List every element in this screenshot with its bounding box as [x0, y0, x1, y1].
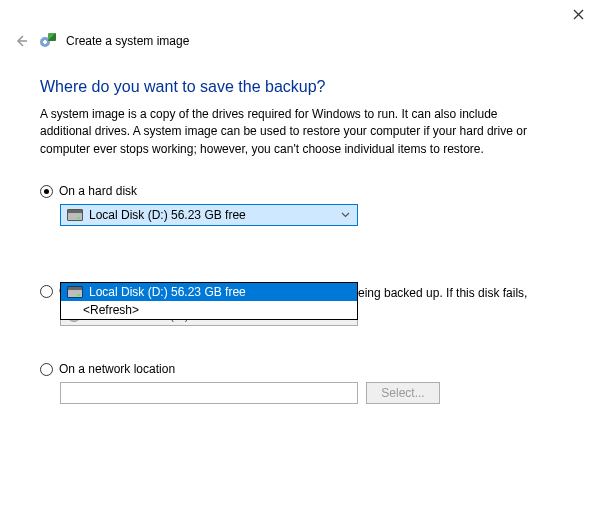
page-description: A system image is a copy of the drives r…: [40, 106, 550, 158]
select-button-label: Select...: [381, 386, 424, 400]
radio-network[interactable]: [40, 363, 53, 376]
page-heading: Where do you want to save the backup?: [40, 78, 560, 96]
option-hard-disk[interactable]: On a hard disk: [40, 184, 560, 198]
select-button: Select...: [366, 382, 440, 404]
radio-dvd[interactable]: [40, 285, 53, 298]
option-network[interactable]: On a network location: [40, 362, 560, 376]
hard-drive-icon: [67, 209, 83, 221]
dropdown-item-label: <Refresh>: [83, 303, 139, 317]
hard-drive-icon: [67, 286, 83, 298]
option-hard-disk-label: On a hard disk: [59, 184, 137, 198]
system-image-icon: [40, 33, 56, 49]
window-title: Create a system image: [66, 34, 189, 48]
dropdown-item-refresh[interactable]: <Refresh>: [61, 301, 357, 319]
hard-disk-combo-text: Local Disk (D:) 56.23 GB free: [89, 208, 246, 222]
chevron-down-icon[interactable]: [337, 205, 353, 225]
option-network-label: On a network location: [59, 362, 175, 376]
network-path-input[interactable]: [60, 382, 358, 404]
close-button[interactable]: [566, 4, 590, 24]
hard-disk-combo[interactable]: Local Disk (D:) 56.23 GB free: [60, 204, 358, 226]
dropdown-item-label: Local Disk (D:) 56.23 GB free: [89, 285, 246, 299]
hard-disk-warning-fragment: eing backed up. If this disk fails,: [358, 286, 527, 300]
hard-disk-dropdown[interactable]: Local Disk (D:) 56.23 GB free <Refresh>: [60, 282, 358, 320]
radio-hard-disk[interactable]: [40, 185, 53, 198]
back-arrow-icon[interactable]: [12, 32, 30, 50]
dropdown-item-local-disk[interactable]: Local Disk (D:) 56.23 GB free: [61, 283, 357, 301]
